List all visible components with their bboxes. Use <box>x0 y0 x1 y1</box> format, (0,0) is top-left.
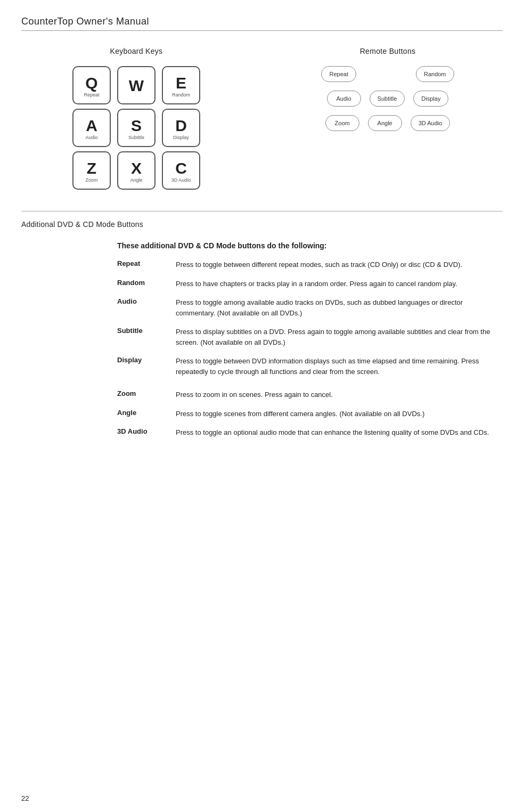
remote-btn-3d-audio: 3D Audio <box>411 115 451 131</box>
key-c-letter: C <box>175 160 187 176</box>
def-angle: Press to toggle scenes from different ca… <box>176 409 503 419</box>
remote-buttons: Repeat Random Audio Subtitle Display Zoo… <box>273 66 503 131</box>
key-q-letter: Q <box>85 75 97 91</box>
key-d: D Display <box>162 109 200 147</box>
key-e: E Random <box>162 66 200 104</box>
remote-section-title: Remote Buttons <box>273 47 503 55</box>
desc-intro: These additional DVD & CD Mode buttons d… <box>117 241 503 250</box>
key-w: W <box>117 66 155 104</box>
key-c-label: 3D Audio <box>171 177 191 183</box>
term-random: Random <box>117 279 176 287</box>
def-random: Press to have chapters or tracks play in… <box>176 279 503 289</box>
term-3d-audio: 3D Audio <box>117 427 176 435</box>
page-number: 22 <box>21 794 29 802</box>
remote-btn-zoom: Zoom <box>325 115 359 131</box>
key-a-letter: A <box>86 118 97 134</box>
key-e-letter: E <box>176 75 186 91</box>
key-s: S Subtitle <box>117 109 155 147</box>
remote-btn-subtitle: Subtitle <box>370 91 405 107</box>
key-x: X Angle <box>117 151 155 190</box>
key-z-letter: Z <box>87 160 96 176</box>
remote-row-3: Zoom Angle 3D Audio <box>325 115 451 131</box>
key-d-letter: D <box>175 118 187 134</box>
keyboard-row-3: Z Zoom X Angle C 3D Audio <box>72 151 200 190</box>
diagram-area: Keyboard Keys Q Repeat W E Random <box>21 47 503 190</box>
key-w-letter: W <box>129 78 144 94</box>
key-z-label: Zoom <box>85 177 97 183</box>
key-q: Q Repeat <box>72 66 111 104</box>
desc-row-3d-audio: 3D Audio Press to toggle an optional aud… <box>117 427 503 438</box>
term-angle: Angle <box>117 409 176 417</box>
desc-row-repeat: Repeat Press to toggle between different… <box>117 259 503 270</box>
additional-title: Additional DVD & CD Mode Buttons <box>21 220 503 229</box>
remote-btn-display: Display <box>413 91 448 107</box>
key-x-label: Angle <box>130 177 142 183</box>
def-3d-audio: Press to toggle an optional audio mode t… <box>176 427 503 438</box>
key-s-letter: S <box>131 118 142 134</box>
term-audio: Audio <box>117 297 176 305</box>
term-display: Display <box>117 356 176 364</box>
key-e-label: Random <box>172 92 190 98</box>
term-zoom: Zoom <box>117 389 176 397</box>
remote-btn-audio: Audio <box>327 91 361 107</box>
def-audio: Press to toggle among available audio tr… <box>176 297 503 318</box>
term-subtitle: Subtitle <box>117 327 176 335</box>
desc-row-angle: Angle Press to toggle scenes from differ… <box>117 409 503 419</box>
keyboard-section-title: Keyboard Keys <box>21 47 251 55</box>
desc-row-display: Display Press to toggle between DVD info… <box>117 356 503 377</box>
remote-row-2: Audio Subtitle Display <box>327 91 449 107</box>
key-a-label: Audio <box>85 135 97 140</box>
remote-section: Remote Buttons Repeat Random Audio Subti… <box>273 47 503 190</box>
def-zoom: Press to zoom in on scenes. Press again … <box>176 389 503 400</box>
key-a: A Audio <box>72 109 111 147</box>
key-z: Z Zoom <box>72 151 111 190</box>
key-d-label: Display <box>173 135 189 140</box>
remote-row-1: Repeat Random <box>321 66 454 82</box>
desc-row-audio: Audio Press to toggle among available au… <box>117 297 503 318</box>
key-x-letter: X <box>131 160 142 176</box>
key-s-label: Subtitle <box>128 135 144 140</box>
page-container: CounterTop Owner's Manual Keyboard Keys … <box>0 0 524 468</box>
separator <box>21 211 503 212</box>
keyboard-row-2: A Audio S Subtitle D Display <box>72 109 200 147</box>
desc-row-subtitle: Subtitle Press to display subtitles on a… <box>117 327 503 347</box>
desc-row-random: Random Press to have chapters or tracks … <box>117 279 503 289</box>
def-repeat: Press to toggle between different repeat… <box>176 259 503 270</box>
term-repeat: Repeat <box>117 259 176 267</box>
keyboard-row-1: Q Repeat W E Random <box>72 66 200 104</box>
keyboard-section: Keyboard Keys Q Repeat W E Random <box>21 47 251 190</box>
remote-btn-repeat: Repeat <box>321 66 356 82</box>
desc-row-zoom: Zoom Press to zoom in on scenes. Press a… <box>117 389 503 400</box>
remote-btn-angle: Angle <box>368 115 402 131</box>
def-subtitle: Press to display subtitles on a DVD. Pre… <box>176 327 503 347</box>
additional-section: Additional DVD & CD Mode Buttons These a… <box>21 220 503 438</box>
page-title: CounterTop Owner's Manual <box>21 16 503 27</box>
desc-table: These additional DVD & CD Mode buttons d… <box>117 241 503 438</box>
key-q-label: Repeat <box>84 92 99 98</box>
key-c: C 3D Audio <box>162 151 200 190</box>
remote-btn-random: Random <box>416 66 454 82</box>
def-display: Press to toggle between DVD information … <box>176 356 503 377</box>
page-header: CounterTop Owner's Manual <box>21 16 503 31</box>
keyboard-keys: Q Repeat W E Random A <box>21 66 251 190</box>
